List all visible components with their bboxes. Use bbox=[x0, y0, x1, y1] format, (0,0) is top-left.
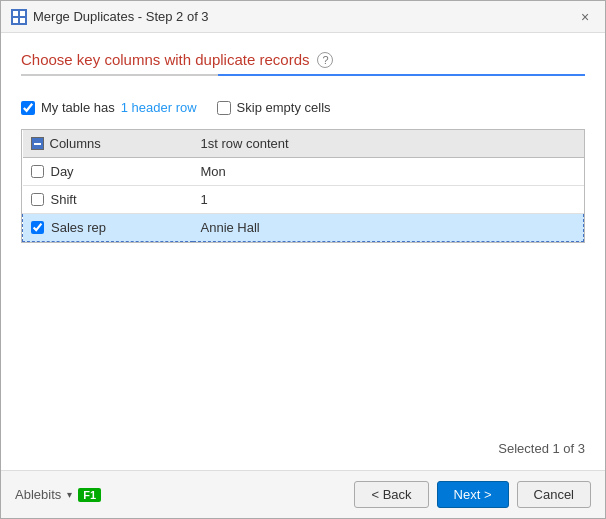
svg-rect-2 bbox=[13, 18, 18, 23]
footer: Ablebits ▾ F1 < Back Next > Cancel bbox=[1, 470, 605, 518]
svg-rect-0 bbox=[13, 11, 18, 16]
row-shift-checkbox[interactable] bbox=[31, 193, 44, 206]
header-row-checkbox[interactable] bbox=[21, 101, 35, 115]
footer-buttons: < Back Next > Cancel bbox=[354, 481, 591, 508]
ablebits-dropdown-icon[interactable]: ▾ bbox=[67, 489, 72, 500]
row-shift-content: 1 bbox=[193, 186, 584, 214]
next-button[interactable]: Next > bbox=[437, 481, 509, 508]
row-shift-name: Shift bbox=[23, 186, 193, 214]
svg-rect-1 bbox=[20, 11, 25, 16]
row-salesrep-content: Annie Hall bbox=[193, 214, 584, 242]
step-header: Choose key columns with duplicate record… bbox=[21, 51, 585, 90]
app-icon bbox=[11, 9, 27, 25]
row-day-name: Day bbox=[23, 158, 193, 186]
table-row[interactable]: Shift 1 bbox=[23, 186, 584, 214]
header-row-highlight: 1 header row bbox=[121, 100, 197, 115]
header-row-label-prefix: My table has bbox=[41, 100, 115, 115]
content-area: Choose key columns with duplicate record… bbox=[1, 33, 605, 470]
columns-table-container: Columns 1st row content Day bbox=[21, 129, 585, 243]
help-icon[interactable]: ? bbox=[317, 52, 333, 68]
skip-empty-checkbox[interactable] bbox=[217, 101, 231, 115]
skip-empty-label: Skip empty cells bbox=[237, 100, 331, 115]
columns-table: Columns 1st row content Day bbox=[22, 130, 584, 242]
row-day-content: Mon bbox=[193, 158, 584, 186]
options-row: My table has 1 header row Skip empty cel… bbox=[21, 100, 585, 115]
skip-empty-option[interactable]: Skip empty cells bbox=[217, 100, 331, 115]
dialog: Merge Duplicates - Step 2 of 3 × Choose … bbox=[0, 0, 606, 519]
dialog-title: Merge Duplicates - Step 2 of 3 bbox=[33, 9, 569, 24]
close-button[interactable]: × bbox=[575, 7, 595, 27]
step-divider bbox=[21, 74, 585, 76]
svg-rect-3 bbox=[20, 18, 25, 23]
back-button[interactable]: < Back bbox=[354, 481, 428, 508]
row-salesrep-name: Sales rep bbox=[23, 214, 193, 242]
table-row-selected[interactable]: Sales rep Annie Hall bbox=[23, 214, 584, 242]
content-header: 1st row content bbox=[193, 130, 584, 158]
row-day-checkbox[interactable] bbox=[31, 165, 44, 178]
footer-left: Ablebits ▾ F1 bbox=[15, 487, 354, 502]
ablebits-label[interactable]: Ablebits bbox=[15, 487, 61, 502]
selected-status: Selected 1 of 3 bbox=[498, 441, 585, 456]
table-header-row: Columns 1st row content bbox=[23, 130, 584, 158]
cancel-button[interactable]: Cancel bbox=[517, 481, 591, 508]
select-all-checkbox[interactable] bbox=[31, 137, 44, 150]
columns-header: Columns bbox=[23, 130, 193, 158]
status-row: Selected 1 of 3 bbox=[21, 435, 585, 460]
f1-badge[interactable]: F1 bbox=[78, 488, 101, 502]
table-row[interactable]: Day Mon bbox=[23, 158, 584, 186]
step-title: Choose key columns with duplicate record… bbox=[21, 51, 585, 68]
spacer bbox=[21, 243, 585, 435]
row-salesrep-checkbox[interactable] bbox=[31, 221, 44, 234]
title-bar: Merge Duplicates - Step 2 of 3 × bbox=[1, 1, 605, 33]
header-row-option[interactable]: My table has 1 header row bbox=[21, 100, 197, 115]
